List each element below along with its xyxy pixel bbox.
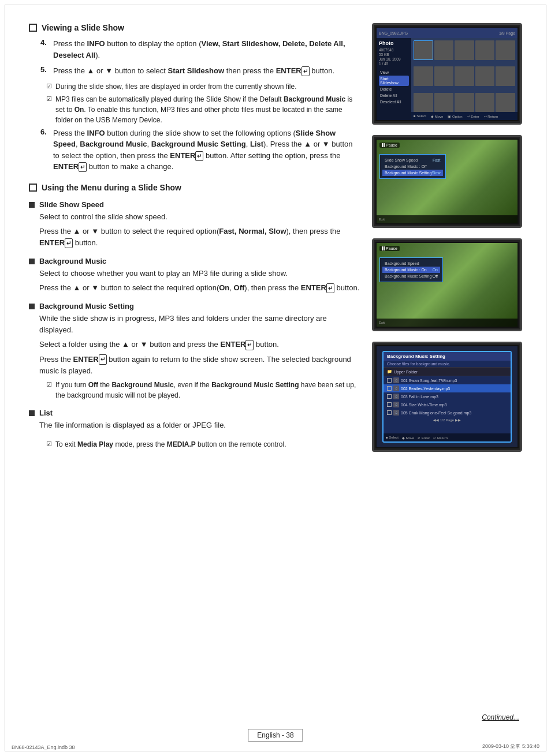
menu-view: View [379,69,409,76]
bullet-list-body: The file information is displayed as a f… [29,420,360,431]
bullet-bg-music-heading: Background Music [29,257,360,265]
screen2-bgmusic: Background Music : Off [382,163,443,170]
checkbox-1 [387,378,392,383]
screen3-pause: Pause [379,246,400,251]
screen1-move: ◆ Move [431,114,443,118]
thumb-5 [496,40,515,60]
screen3-on: Background Music : On On [382,267,440,273]
bullet-bg-setting-title: Background Music Setting [39,302,134,310]
music-icon-3: ♫ [393,394,399,399]
menu-delete-all: Delete All [379,92,409,99]
file-name-5: 005 Chuk Mangione-Feel So good.mp3 [401,411,471,415]
doc-info: BN68-02143A_Eng.indb 38 [12,744,75,750]
bullet-list-title: List [39,409,53,417]
checkbox-4 [387,402,392,407]
step-4: 4. Press the INFO button to display the … [29,38,360,61]
screen1-enter: ↵ Enter [467,114,479,118]
screen1-photo-label: Photo [379,40,409,46]
music-icon-5: ♫ [393,410,399,416]
screen4-enter: ↵ Enter [418,436,430,440]
screen4-inner: Background Music Setting Choose files fo… [375,345,519,448]
step-5-note-2-text: MP3 files can be automatically played du… [55,94,360,125]
file-name-3: 003 Fall in Love.mp3 [401,395,438,399]
screen1-select: ■ Select [414,114,426,118]
thumb-3 [455,40,474,60]
bullet-bg-music-body: Select to choose whether you want to pla… [29,268,360,294]
file-name-4: 004 Size Waist-Time.mp3 [401,403,447,407]
bottom-note: ☑ To exit Media Play mode, press the MED… [40,439,360,450]
thumb-2 [434,40,454,60]
screen1-resolution: 4007948 [379,48,409,52]
screen2-menu: Slide Show Speed Fast Background Music :… [379,154,446,179]
step-6-num: 6. [40,128,50,173]
checkbox-5 [387,410,392,415]
screen1-count: 1 / 45 [379,62,409,66]
checkbox-3 [387,394,392,399]
upper-folder-label: Upper Folder [394,370,418,374]
screen4-select: ■ Select [386,436,399,439]
screen3-inner: Pause Background Speed Background Music … [375,242,519,328]
step-5: 5. Press the ▲ or ▼ button to select Sta… [29,65,360,77]
thumb-8 [455,66,474,86]
pause-icon-3 [382,246,385,250]
screen4-return: ↩ Return [433,436,448,440]
screen3-speed: Background Speed [382,260,440,267]
screen1-size: 53 KB [379,53,409,57]
bullet-speed-body: Select to control the slide show speed. … [29,211,360,249]
footer: English - 38 [248,729,303,742]
thumb-4 [475,40,495,60]
thumb-15 [496,93,515,113]
step-6-content: Press the INFO button during the slide s… [53,128,360,173]
checkbox-2 [387,386,392,391]
screen2: Pause Slide Show Speed Fast Background M… [377,140,518,223]
thumb-6 [414,66,433,86]
screen4-frame: Background Music Setting Choose files fo… [372,342,522,452]
music-icon-1: ♫ [393,377,399,383]
section-viewing-heading: Viewing a Slide Show [29,23,360,32]
screen2-bottom: Exit [377,215,518,223]
step-6: 6. Press the INFO button during the slid… [29,128,360,173]
menu-deselect-all: Deselect All [379,99,409,105]
section-viewing-title: Viewing a Slide Show [42,23,124,32]
screen3: Pause Background Speed Background Music … [377,243,518,327]
bullet-bg-music: Background Music Select to choose whethe… [29,257,360,294]
screen3-exit: Exit [379,321,385,324]
section-menu-title: Using the Menu during a Slide Show [42,183,181,192]
bullet-square-1 [29,202,35,208]
file-item-1: ♫ 001 Swan Song-feat.TWin.mp3 [384,376,511,384]
note-icon-4: ☑ [46,440,52,450]
screen1-bottombar: ■ Select ◆ Move ▣ Option ↵ Enter ↩ Retur… [411,112,518,120]
screen2-pause: Pause [379,143,400,148]
thumb-10 [496,66,515,86]
screen1-option: ▣ Option [448,114,462,118]
file-name-1: 001 Swan Song-feat.TWin.mp3 [401,379,457,383]
bullet-bg-setting-note: ☑ If you turn Off the Background Music, … [40,380,360,401]
thumb-13 [455,93,474,113]
step-4-content: Press the INFO button to display the opt… [53,38,360,61]
screen4-move: ◆ Move [402,436,414,440]
screen2-frame: Pause Slide Show Speed Fast Background M… [372,135,522,228]
file-item-3: ♫ 003 Fall in Love.mp3 [384,392,511,401]
thumb-1 [414,40,433,60]
screen4-title: Background Music Setting [384,352,511,361]
thumb-7 [434,66,454,86]
music-icon-2: ♫ [393,386,399,391]
continued-text: Continued... [482,713,519,721]
pause-icon-2 [382,143,385,147]
screen1: BNG_0982.JPG 1/8 Page Photo 4007948 53 K… [377,28,518,120]
thumb-9 [475,66,495,86]
screen2-speed: Slide Show Speed Fast [382,157,443,163]
note-icon-3: ☑ [46,381,52,401]
folder-icon: 📁 [387,369,392,374]
bullet-bg-setting-note-text: If you turn Off the Background Music, ev… [55,380,360,401]
left-column: Viewing a Slide Show 4. Press the INFO b… [29,23,360,456]
bullet-list-heading: List [29,409,360,417]
note-icon-1: ☑ [46,83,52,92]
bullet-bg-setting: Background Music Setting While the slide… [29,302,360,401]
bullet-bg-setting-heading: Background Music Setting [29,302,360,310]
screen1-frame: BNG_0982.JPG 1/8 Page Photo 4007948 53 K… [372,23,522,125]
screen4-dialog: Background Music Setting Choose files fo… [382,351,512,443]
screen1-menu: View Start Slideshow Delete Delete All D… [379,69,409,105]
bullet-square-2 [29,259,35,264]
music-icon-4: ♫ [393,402,399,407]
